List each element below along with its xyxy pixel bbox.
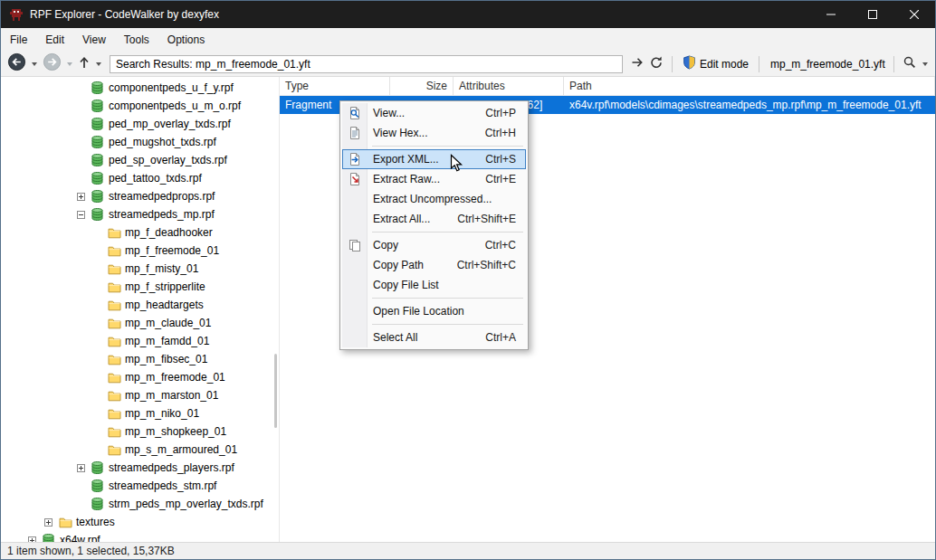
forward-button[interactable]	[42, 52, 62, 76]
context-menu-item-copy-path[interactable]: Copy PathCtrl+Shift+C	[342, 255, 526, 275]
context-menu-item-copy-file-list[interactable]: Copy File List	[342, 275, 526, 295]
tree-item-streamedpeds-players-rpf[interactable]: streamedpeds_players.rpf	[1, 459, 279, 477]
tree-item-mp-m-marston-01[interactable]: mp_m_marston_01	[1, 386, 279, 404]
rpf-archive-icon	[91, 136, 106, 148]
tree-item-mp-f-freemode-01[interactable]: mp_f_freemode_01	[1, 242, 279, 260]
menubar-item-view[interactable]: View	[73, 28, 115, 52]
back-button[interactable]	[6, 52, 27, 76]
indent-spacer	[93, 410, 101, 418]
rpf-archive-icon	[91, 154, 106, 166]
context-menu-item-extract-uncompressed[interactable]: Extract Uncompressed...	[342, 189, 526, 209]
menu-item-label: View...	[373, 107, 405, 119]
search-button[interactable]	[902, 54, 918, 74]
expand-icon[interactable]	[77, 193, 85, 201]
tree-item-mp-f-deadhooker[interactable]: mp_f_deadhooker	[1, 223, 279, 242]
tree-item-label: textures	[76, 516, 115, 528]
context-menu-item-open-file-location[interactable]: Open File Location	[342, 301, 526, 321]
rpf-archive-icon	[91, 479, 106, 492]
tree-item-mp-m-niko-01[interactable]: mp_m_niko_01	[1, 404, 279, 422]
indent-spacer	[93, 374, 101, 382]
tree-item-mp-f-stripperlite[interactable]: mp_f_stripperlite	[1, 278, 279, 296]
context-menu-item-select-all[interactable]: Select AllCtrl+A	[342, 327, 526, 347]
tree-item-componentpeds-u-f-y-rpf[interactable]: componentpeds_u_f_y.rpf	[1, 79, 279, 97]
tree-item-componentpeds-u-m-o-rpf[interactable]: componentpeds_u_m_o.rpf	[1, 97, 279, 115]
menu-item-shortcut: Ctrl+H	[485, 127, 516, 139]
close-button[interactable]	[893, 1, 935, 28]
tree-item-streamedpedprops-rpf[interactable]: streamedpedprops.rpf	[1, 187, 279, 205]
tree-item-mp-m-freemode-01[interactable]: mp_m_freemode_01	[1, 368, 279, 386]
tree-item-streamedpeds-stm-rpf[interactable]: streamedpeds_stm.rpf	[1, 477, 279, 495]
menu-item-label: View Hex...	[373, 127, 427, 139]
search-icon	[903, 55, 917, 73]
up-dropdown[interactable]	[96, 62, 101, 66]
refresh-button[interactable]	[648, 54, 664, 74]
menu-item-label: Extract All...	[373, 213, 430, 225]
menubar-item-file[interactable]: File	[1, 28, 36, 52]
tree-item-streamedpeds-mp-rpf[interactable]: streamedpeds_mp.rpf	[1, 205, 279, 223]
column-header-path[interactable]: Path	[564, 77, 935, 95]
maximize-button[interactable]	[852, 1, 893, 28]
search-dropdown[interactable]	[922, 62, 928, 66]
tree-item-label: ped_sp_overlay_txds.rpf	[109, 154, 227, 166]
menubar-item-options[interactable]: Options	[158, 28, 214, 52]
column-header-size[interactable]: Size	[390, 77, 454, 95]
tree-item-ped-mugshot-txds-rpf[interactable]: ped_mugshot_txds.rpf	[1, 133, 279, 151]
tree-item-x64w-rpf[interactable]: x64w.rpf	[1, 531, 279, 542]
forward-dropdown[interactable]	[67, 62, 72, 66]
expand-icon[interactable]	[44, 518, 53, 527]
copy-icon	[343, 238, 367, 252]
address-bar[interactable]: Search Results: mp_m_freemode_01.yft	[110, 55, 623, 73]
menubar: FileEditViewToolsOptions	[1, 28, 935, 52]
titlebar[interactable]: RPF Explorer - CodeWalker by dexyfex	[1, 1, 935, 28]
minimize-button[interactable]	[810, 1, 852, 28]
folder-icon	[59, 517, 73, 528]
context-menu-item-copy[interactable]: CopyCtrl+C	[342, 235, 526, 255]
menubar-item-edit[interactable]: Edit	[36, 28, 73, 52]
context-menu-item-extract-raw[interactable]: Extract Raw...Ctrl+E	[342, 169, 526, 189]
tree-item-mp-m-famdd-01[interactable]: mp_m_famdd_01	[1, 332, 279, 350]
cell-path: x64v.rpf\models\cdimages\streamedpeds_mp…	[564, 99, 935, 111]
tree-item-mp-m-fibsec-01[interactable]: mp_m_fibsec_01	[1, 350, 279, 368]
tree-item-strm-peds-mp-overlay-txds-rpf[interactable]: strm_peds_mp_overlay_txds.rpf	[1, 495, 279, 513]
tree-item-label: streamedpeds_players.rpf	[109, 461, 234, 474]
context-menu-item-view[interactable]: View...Ctrl+P	[342, 103, 526, 123]
column-header-attributes[interactable]: Attributes	[454, 77, 564, 95]
go-button[interactable]	[629, 54, 645, 74]
tree-item-mp-m-shopkeep-01[interactable]: mp_m_shopkeep_01	[1, 422, 279, 441]
tree-item-mp-m-claude-01[interactable]: mp_m_claude_01	[1, 314, 279, 332]
expand-icon[interactable]	[77, 464, 85, 472]
back-dropdown[interactable]	[32, 62, 37, 66]
menu-item-label: Extract Uncompressed...	[373, 193, 492, 205]
context-menu-item-export-xml[interactable]: Export XML...Ctrl+S	[342, 149, 526, 169]
tree-item-label: componentpeds_u_m_o.rpf	[109, 100, 241, 112]
tree-item-mp-s-m-armoured-01[interactable]: mp_s_m_armoured_01	[1, 441, 279, 459]
collapse-icon[interactable]	[77, 211, 85, 219]
tree-item-label: mp_headtargets	[125, 299, 204, 311]
edit-mode-toggle[interactable]: Edit mode	[680, 55, 751, 72]
tree-item-ped-mp-overlay-txds-rpf[interactable]: ped_mp_overlay_txds.rpf	[1, 115, 279, 133]
context-menu-item-view-hex[interactable]: View Hex...Ctrl+H	[342, 123, 526, 143]
up-button[interactable]	[77, 54, 91, 74]
search-filename-input[interactable]: mp_m_freemode_01.yft	[767, 58, 886, 71]
menu-item-label: Copy Path	[373, 259, 424, 271]
tree-item-label: mp_f_misty_01	[125, 262, 198, 275]
indent-spacer	[93, 428, 101, 436]
tree-item-mp-headtargets[interactable]: mp_headtargets	[1, 296, 279, 314]
expand-icon[interactable]	[28, 536, 36, 543]
menubar-item-tools[interactable]: Tools	[115, 28, 158, 52]
tree-item-ped-tattoo-txds-rpf[interactable]: ped_tattoo_txds.rpf	[1, 169, 279, 187]
rpf-archive-icon	[91, 208, 106, 221]
tree-item-textures[interactable]: textures	[1, 513, 279, 531]
folder-icon	[108, 227, 122, 239]
tree-scrollbar-thumb[interactable]	[274, 354, 277, 428]
column-header-type[interactable]: Type	[280, 77, 390, 95]
rpf-archive-icon	[91, 81, 106, 94]
folder-icon	[108, 426, 122, 438]
tree-item-label: ped_mp_overlay_txds.rpf	[109, 118, 231, 130]
folder-icon	[108, 318, 122, 329]
maximize-icon	[868, 6, 877, 23]
context-menu-item-extract-all[interactable]: Extract All...Ctrl+Shift+E	[342, 209, 526, 229]
tree-item-mp-f-misty-01[interactable]: mp_f_misty_01	[1, 260, 279, 278]
tree-item-ped-sp-overlay-txds-rpf[interactable]: ped_sp_overlay_txds.rpf	[1, 151, 279, 169]
rpf-explorer-window: RPF Explorer - CodeWalker by dexyfex Fil…	[0, 0, 936, 560]
